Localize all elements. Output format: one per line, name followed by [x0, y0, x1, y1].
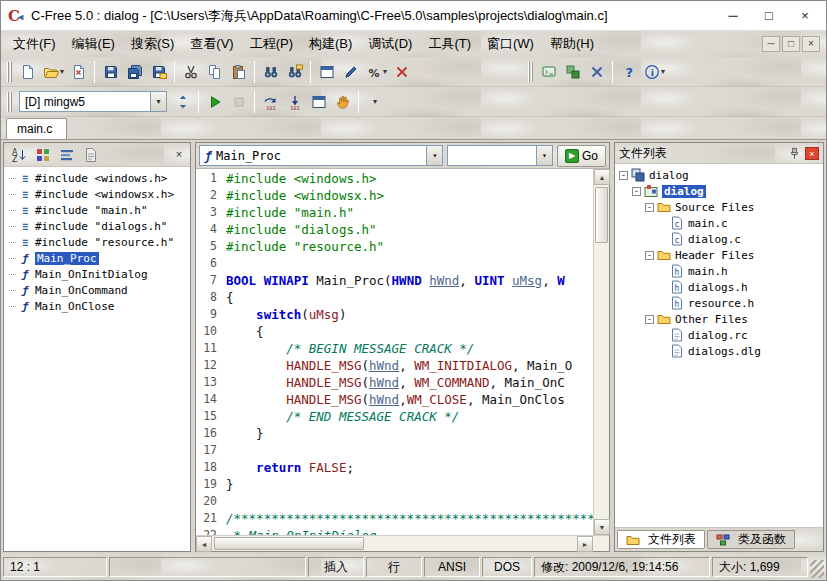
about-button[interactable]: i▾: [641, 60, 667, 84]
menu-item[interactable]: 构建(B): [301, 32, 360, 56]
build-config-combobox[interactable]: [D] mingw5 ▾: [19, 91, 167, 112]
outline-item[interactable]: ƒMain_OnInitDialog: [4, 266, 190, 282]
columns-button[interactable]: [55, 143, 78, 167]
compile-button[interactable]: [537, 60, 560, 84]
sort-button[interactable]: AZ: [7, 143, 30, 167]
cut-button[interactable]: [179, 60, 202, 84]
vertical-scrollbar-track[interactable]: [594, 185, 609, 519]
menu-item[interactable]: 文件(F): [5, 32, 64, 56]
outline-item[interactable]: ƒMain_OnClose: [4, 298, 190, 314]
scroll-down-icon[interactable]: ▼: [594, 519, 610, 535]
collapse-icon[interactable]: -: [632, 187, 641, 196]
chevron-down-icon[interactable]: ▾: [383, 67, 387, 76]
tree-item[interactable]: -hresource.h: [615, 295, 823, 311]
bottom-tab[interactable]: 文件列表: [617, 530, 705, 549]
window-split-button[interactable]: [315, 60, 338, 84]
scroll-right-icon[interactable]: ►: [577, 536, 593, 552]
debug-windows-button[interactable]: [307, 90, 330, 114]
vertical-scrollbar-thumb[interactable]: [595, 187, 608, 243]
outline-close-icon[interactable]: ×: [171, 148, 187, 162]
outline-item[interactable]: ≡#include <windowsx.h>: [4, 186, 190, 202]
step-over-button[interactable]: 101: [259, 90, 282, 114]
goto-line-button[interactable]: [339, 60, 362, 84]
menu-item[interactable]: 调试(D): [360, 32, 420, 56]
stop-build-button[interactable]: [585, 60, 608, 84]
type-combobox[interactable]: ▾: [447, 145, 553, 166]
tree-item[interactable]: -hdialogs.h: [615, 279, 823, 295]
bottom-tab[interactable]: 类及函数: [707, 530, 795, 549]
help-button[interactable]: ?: [617, 60, 640, 84]
tree-item[interactable]: -hmain.h: [615, 263, 823, 279]
collapse-icon[interactable]: -: [619, 171, 628, 180]
mdi-restore-icon[interactable]: □: [782, 36, 800, 52]
horizontal-scrollbar-thumb[interactable]: [214, 537, 364, 550]
find-button[interactable]: [259, 60, 282, 84]
tree-item[interactable]: -Source Files: [615, 199, 823, 215]
tree-item[interactable]: -dialogs.dlg: [615, 343, 823, 359]
toolbar-grip[interactable]: [7, 62, 12, 82]
new-file-button[interactable]: [16, 60, 39, 84]
menu-item[interactable]: 工程(P): [242, 32, 301, 56]
mdi-minimize-icon[interactable]: ─: [762, 36, 780, 52]
menu-item[interactable]: 编辑(E): [64, 32, 123, 56]
outline-item[interactable]: ƒMain_Proc: [4, 250, 190, 266]
go-button[interactable]: ▶ Go: [557, 145, 606, 167]
collapse-icon[interactable]: -: [645, 251, 654, 260]
menu-item[interactable]: 搜索(S): [123, 32, 182, 56]
vertical-scrollbar[interactable]: ▲ ▼: [593, 169, 609, 535]
function-combobox[interactable]: ƒ Main_Proc ▾: [199, 145, 443, 166]
chevron-down-icon[interactable]: ▾: [150, 92, 166, 111]
resize-grip[interactable]: [810, 560, 824, 578]
pause-hand-button[interactable]: [331, 90, 354, 114]
chevron-down-icon[interactable]: ▾: [60, 67, 64, 76]
save-all-button[interactable]: [123, 60, 146, 84]
toolbar-options-button[interactable]: ▾: [363, 90, 386, 114]
save-workspace-button[interactable]: [147, 60, 170, 84]
config-spin-button[interactable]: [171, 90, 194, 114]
menu-item[interactable]: 工具(T): [420, 32, 479, 56]
tree-item[interactable]: -dialog.rc: [615, 327, 823, 343]
find-in-files-button[interactable]: [283, 60, 306, 84]
file-list-close-icon[interactable]: ×: [805, 147, 819, 160]
tree-item[interactable]: -dialog: [615, 183, 823, 199]
step-into-button[interactable]: 101: [283, 90, 306, 114]
toolbar-grip[interactable]: [528, 62, 533, 82]
horizontal-scrollbar[interactable]: ◄ ►: [196, 535, 609, 551]
menu-item[interactable]: 查看(V): [182, 32, 241, 56]
group-button[interactable]: [31, 143, 54, 167]
run-button[interactable]: [203, 90, 226, 114]
minimize-icon[interactable]: ─: [718, 4, 748, 28]
tree-item[interactable]: -Other Files: [615, 311, 823, 327]
tree-item[interactable]: -cdialog.c: [615, 231, 823, 247]
toolbar-grip[interactable]: [7, 92, 12, 112]
horizontal-scrollbar-track[interactable]: [212, 536, 577, 551]
chevron-down-icon[interactable]: ▾: [536, 146, 552, 165]
save-button[interactable]: [99, 60, 122, 84]
close-icon[interactable]: ×: [790, 4, 820, 28]
chevron-down-icon[interactable]: ▾: [373, 97, 377, 106]
scroll-left-icon[interactable]: ◄: [196, 536, 212, 552]
outline-item[interactable]: ƒMain_OnCommand: [4, 282, 190, 298]
menu-item[interactable]: 窗口(W): [479, 32, 542, 56]
tab-main-c[interactable]: main.c: [6, 118, 67, 139]
zoom-percent-button[interactable]: %▾: [363, 60, 389, 84]
menu-item[interactable]: 帮助(H): [542, 32, 602, 56]
mdi-close-icon[interactable]: ×: [802, 36, 820, 52]
paste-button[interactable]: [227, 60, 250, 84]
collapse-icon[interactable]: -: [645, 203, 654, 212]
code-area[interactable]: 1#include <windows.h>2#include <windowsx…: [196, 169, 593, 535]
filter-button[interactable]: [79, 143, 102, 167]
close-file-button[interactable]: [67, 60, 90, 84]
outline-item[interactable]: ≡#include <windows.h>: [4, 170, 190, 186]
outline-item[interactable]: ≡#include "main.h": [4, 202, 190, 218]
clear-marks-button[interactable]: [390, 60, 413, 84]
build-button[interactable]: [561, 60, 584, 84]
tree-item[interactable]: -cmain.c: [615, 215, 823, 231]
tree-item[interactable]: -Header Files: [615, 247, 823, 263]
pin-icon[interactable]: [786, 147, 802, 160]
stop-button[interactable]: [227, 90, 250, 114]
open-file-button[interactable]: ▾: [40, 60, 66, 84]
scroll-up-icon[interactable]: ▲: [594, 169, 610, 185]
chevron-down-icon[interactable]: ▾: [661, 67, 665, 76]
outline-item[interactable]: ≡#include "resource.h": [4, 234, 190, 250]
